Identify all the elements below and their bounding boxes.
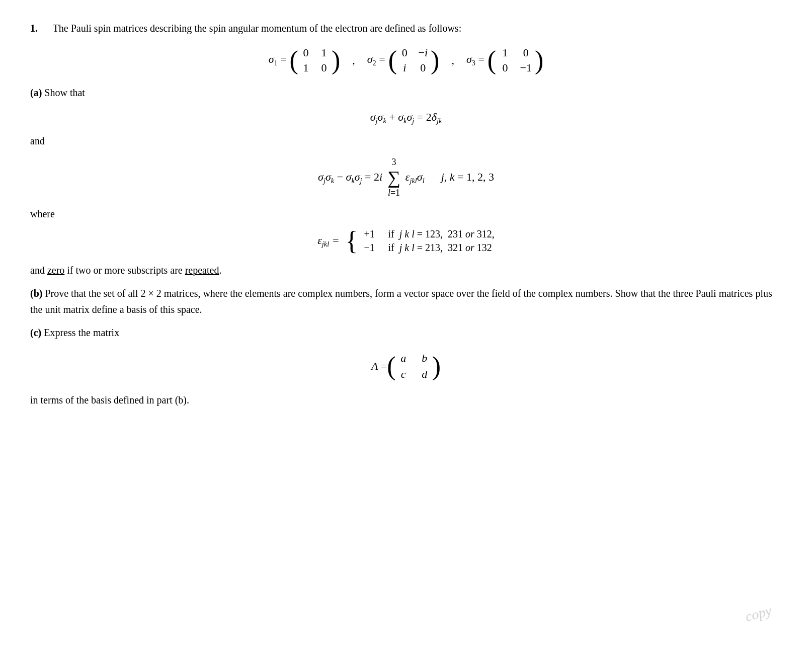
s2-r2c1: i — [400, 61, 410, 74]
sigma1-label: σ1 = — [269, 53, 287, 67]
part-b-text: Prove that the set of all 2 × 2 matrices… — [30, 288, 772, 315]
part-c-text: Express the matrix — [44, 327, 119, 338]
part-a-label: (a) — [30, 87, 42, 98]
piecewise-cases: +1 if j k l = 123, 231 or 312, −1 if j k… — [364, 228, 494, 254]
s3-r1c2: 0 — [520, 46, 532, 59]
period: . — [219, 265, 221, 276]
matrix-a-paren-right: ) — [432, 353, 441, 379]
epsilon-label: εjkl = — [317, 234, 339, 249]
repeated-word: repeated — [185, 265, 219, 276]
sigma3-paren-left: ( — [488, 47, 496, 73]
eq2-lhs: σjσk − σkσj = 2i — [318, 171, 382, 185]
part-c-label: (c) — [30, 327, 41, 338]
sum-lower: l=1 — [388, 188, 400, 198]
matrix-a-label: A = — [371, 360, 387, 373]
eq2-rhs: εjklσl j, k = 1, 2, 3 — [405, 171, 494, 185]
sigma1-paren-left: ( — [290, 47, 298, 73]
sigma1-expr: σ1 = ( 0 1 1 0 ) — [269, 45, 341, 75]
s1-r2c1: 1 — [301, 61, 310, 74]
s2-r2c2: 0 — [419, 61, 428, 74]
sigma2-grid: 0 −i i 0 — [397, 45, 431, 75]
case2-cond: if j k l = 213, 321 or 132 — [388, 242, 492, 254]
part-c-end: in terms of the basis defined in part (b… — [30, 392, 782, 408]
problem-intro: 1. The Pauli spin matrices describing th… — [30, 20, 782, 36]
sigma2-paren-right: ) — [431, 47, 439, 73]
watermark: copy — [744, 603, 773, 625]
s1-r1c2: 1 — [319, 46, 329, 59]
comma1: , — [352, 54, 355, 67]
s2-r1c1: 0 — [400, 46, 410, 59]
case1: +1 if j k l = 123, 231 or 312, — [364, 228, 494, 240]
s3-r1c1: 1 — [499, 46, 511, 59]
intro-text: The Pauli spin matrices describing the s… — [53, 23, 462, 34]
matrix-a-paren-left: ( — [387, 353, 395, 379]
s3-r2c2: −1 — [520, 61, 532, 74]
s3-r2c1: 0 — [499, 61, 511, 74]
s1-r2c2: 0 — [319, 61, 329, 74]
eq2-block: σjσk − σkσj = 2i 3 ∑ l=1 εjklσl j, k = 1… — [30, 157, 782, 198]
piecewise-inner: εjkl = { +1 if j k l = 123, 231 or 312, … — [317, 228, 495, 254]
sigma3-matrix: ( 1 0 0 −1 ) — [488, 45, 544, 75]
part-b-section: (b) Prove that the set of all 2 × 2 matr… — [30, 285, 782, 317]
matrix-a-block: A = ( a b c d ) — [30, 351, 782, 382]
matrix-a-grid: a b c d — [396, 351, 432, 382]
ma-r2c2: d — [420, 368, 429, 381]
and-zero-and: and — [30, 265, 47, 276]
sigma2-paren-left: ( — [388, 47, 397, 73]
part-a-header: (a) Show that — [30, 85, 782, 101]
sigma1-paren-right: ) — [332, 47, 340, 73]
problem-container: 1. The Pauli spin matrices describing th… — [30, 20, 782, 408]
s1-r1c1: 0 — [301, 46, 310, 59]
part-c-header: (c) Express the matrix — [30, 324, 782, 341]
part-c-end-text: in terms of the basis defined in part (b… — [30, 394, 189, 405]
case1-val: +1 — [364, 228, 378, 240]
sigma2-label: σ2 = — [367, 53, 385, 67]
sigma2-matrix: ( 0 −i i 0 ) — [388, 45, 440, 75]
ma-r1c1: a — [399, 352, 408, 365]
sigma3-paren-right: ) — [535, 47, 543, 73]
sigma1-matrix: ( 0 1 1 0 ) — [290, 45, 341, 75]
epsilon-piecewise: εjkl = { +1 if j k l = 123, 231 or 312, … — [30, 228, 782, 254]
sum-sigma: ∑ — [387, 169, 400, 187]
after-zero: if two or more subscripts are — [64, 265, 185, 276]
summation: 3 ∑ l=1 — [387, 157, 400, 198]
part-a-section: (a) Show that σjσk + σkσj = 2δjk and σjσ… — [30, 85, 782, 198]
matrices-display: σ1 = ( 0 1 1 0 ) , σ2 = ( 0 −i i — [30, 45, 782, 75]
and-zero-line: and zero if two or more subscripts are r… — [30, 262, 782, 278]
matrix-a-paren: ( a b c d ) — [387, 351, 441, 382]
sigma1-grid: 0 1 1 0 — [298, 45, 332, 75]
eq1-block: σjσk + σkσj = 2δjk — [30, 111, 782, 125]
big-brace: { — [346, 228, 358, 254]
where-word: where — [30, 208, 782, 220]
case1-cond: if j k l = 123, 231 or 312, — [388, 228, 494, 240]
sigma2-expr: σ2 = ( 0 −i i 0 ) — [367, 45, 440, 75]
ma-r1c2: b — [420, 352, 429, 365]
case2-val: −1 — [364, 242, 378, 254]
sigma3-expr: σ3 = ( 1 0 0 −1 ) — [466, 45, 543, 75]
zero-word: zero — [47, 265, 64, 276]
s2-r1c2: −i — [419, 46, 428, 59]
part-b-label: (b) — [30, 288, 42, 299]
sigma3-grid: 1 0 0 −1 — [496, 45, 535, 75]
eq1-formula: σjσk + σkσj = 2δjk — [370, 111, 442, 125]
sum-upper: 3 — [391, 157, 396, 168]
problem-number: 1. — [30, 23, 38, 34]
case2: −1 if j k l = 213, 321 or 132 — [364, 242, 494, 254]
and-word-1: and — [30, 135, 782, 147]
ma-r2c1: c — [399, 368, 408, 381]
sigma3-label: σ3 = — [466, 53, 484, 67]
comma2: , — [451, 54, 454, 67]
part-a-text: Show that — [44, 87, 85, 98]
